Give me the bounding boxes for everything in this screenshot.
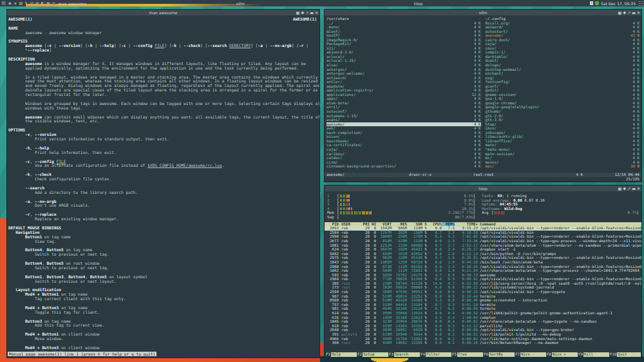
- close-button-icon[interactable]: ✕: [637, 186, 640, 191]
- image-icon[interactable]: ▦: [46, 0, 52, 6]
- process-row[interactable]: 2840rob200393M208926920S0.00.20:00.00/op…: [325, 328, 641, 332]
- column-header-virt[interactable]: VIRT: [376, 222, 392, 227]
- fn-help[interactable]: F1Help: [325, 352, 357, 357]
- floating-button-icon[interactable]: ▦: [296, 10, 300, 15]
- file-row[interactable]: mpv/30 B: [486, 164, 640, 169]
- process-row[interactable]: 1045rob200323M3286428676S0.00.40:00.02/u…: [325, 319, 641, 324]
- clipboard-tray-icon[interactable]: [590, 1, 593, 5]
- fn-tree[interactable]: F5Tree: [451, 352, 483, 357]
- fn-action-label: SortBy: [489, 352, 515, 357]
- document-icon[interactable]: ▥: [29, 0, 35, 6]
- process-row[interactable]: 907rob200519M4582423252S0.00.50:19.44ter…: [325, 294, 641, 299]
- man-titlebar[interactable]: man awesome ▦✚↗▬✕: [7, 10, 319, 15]
- process-cell: S: [422, 265, 429, 269]
- process-row[interactable]: 2853rob2001542M566M119MS0.07.13:15.23/op…: [325, 226, 641, 231]
- updates-tray-icon[interactable]: [595, 1, 599, 5]
- fn-search[interactable]: F3Search: [388, 352, 420, 357]
- window-icon[interactable]: ▪: [13, 0, 19, 6]
- maximize-button-icon[interactable]: ▬: [632, 186, 636, 191]
- sticky-button-icon[interactable]: ↗: [627, 10, 630, 15]
- task-item-htop[interactable]: htop: [412, 0, 590, 6]
- process-row[interactable]: 757rob200519M4441623184S0.70.50:01.24ter…: [325, 303, 641, 307]
- process-row[interactable]: 1043rob2001385M125M69720S0.01.60:44.10/b…: [325, 260, 641, 265]
- htop-info-line: Tasks: 69; 1 running: [482, 194, 639, 198]
- process-row[interactable]: 981rob200454M4334023228S0.70.50:00.58ter…: [325, 307, 641, 311]
- process-cell: 2.4: [442, 247, 455, 252]
- process-row[interactable]: 2975rob200982M128M65148S0.71.60:35.51/op…: [325, 256, 641, 260]
- process-row[interactable]: 2584rob2001267M282M150MS0.73.56:10.59/op…: [325, 231, 641, 235]
- edit-icon[interactable]: ✎: [24, 0, 30, 6]
- process-row[interactable]: 2677rob200814M229M111MS0.02.97:33.36/opt…: [325, 239, 641, 243]
- process-cell: 385: [325, 281, 340, 286]
- vifm-titlebar[interactable]: vifm ▦✚↗▬✕: [325, 10, 641, 15]
- fn-nice[interactable]: F7Nice -: [515, 352, 546, 357]
- process-row[interactable]: 1081rob2001252M215M64500S0.72.72:52.17/u…: [325, 243, 641, 248]
- process-row[interactable]: 614rob200350M3566013916S0.00.40:00.32/us…: [325, 311, 641, 316]
- fn-nice[interactable]: F8Nice +: [546, 352, 578, 357]
- floating-button-icon[interactable]: ▦: [618, 186, 622, 191]
- column-header-ni[interactable]: NI: [370, 222, 376, 227]
- process-cell: 0.0: [429, 328, 442, 332]
- process-row[interactable]: 1062rob200504M111M72052S0.01.40:21.94/us…: [325, 269, 641, 273]
- floating-button-icon[interactable]: ▦: [618, 10, 622, 15]
- sticky-button-icon[interactable]: ↗: [627, 186, 630, 191]
- column-header-cpu[interactable]: CPU%: [429, 222, 442, 227]
- browser-icon[interactable]: ◉: [7, 0, 13, 6]
- maximize-button-icon[interactable]: ▬: [632, 10, 636, 15]
- htop-titlebar[interactable]: htop ▦✚↗▬✕: [325, 186, 641, 191]
- process-row[interactable]: 173root200183M5062450000S0.00.60:00.22/u…: [325, 285, 641, 290]
- fn-action-label: Tree: [457, 352, 483, 357]
- process-row[interactable]: 2990rob2001006M258M176MS0.33.27:01.05/op…: [325, 234, 641, 239]
- process-row[interactable]: 2984rob200772M7082051368S0.00.90:00.92/o…: [325, 277, 641, 281]
- fn-sortby[interactable]: F6SortBy: [483, 352, 515, 357]
- process-row[interactable]: 593rob200505M7579224176S4.70.90:38.73awe…: [325, 273, 641, 278]
- process-cell: 0.6: [442, 285, 455, 290]
- column-header-res[interactable]: RES: [392, 222, 407, 227]
- task-item-man-awesome[interactable]: man awesome: [57, 0, 234, 6]
- column-header-pid[interactable]: PID: [325, 222, 340, 227]
- close-button-icon[interactable]: ✕: [637, 10, 640, 15]
- fn-quit[interactable]: F10Quit: [609, 352, 641, 357]
- column-header-user[interactable]: USER: [340, 222, 361, 227]
- process-cell: 0: [370, 239, 376, 243]
- layout-indicator-icon[interactable]: [638, 1, 643, 6]
- process-row[interactable]: 4966rob200396M1576413892S0.00.20:00.03/u…: [325, 337, 641, 341]
- process-row[interactable]: 391polkitd200519M169489344S0.00.20:00.51…: [325, 332, 641, 337]
- awesome-menu-icon[interactable]: ▤: [0, 0, 7, 6]
- process-cell: S: [422, 281, 429, 286]
- printer-icon[interactable]: ▣: [51, 0, 57, 6]
- column-header-s[interactable]: S: [422, 222, 429, 227]
- process-cell: 614: [325, 311, 340, 316]
- process-cell: rob: [340, 247, 361, 252]
- ontop-button-icon[interactable]: ✚: [623, 186, 626, 191]
- process-row[interactable]: 616rob200145M3510822024S9.30.41:40.94com…: [325, 316, 641, 320]
- process-row[interactable]: 360root200430M1469212356S0.00.20:00.18/u…: [325, 341, 641, 345]
- process-row[interactable]: 8509rob200510M4542024380S3.30.60:00.48gn…: [325, 298, 641, 303]
- files-icon[interactable]: ▨: [18, 0, 24, 6]
- maximize-button-icon[interactable]: ▬: [310, 10, 314, 15]
- process-row[interactable]: 5042rob200650M161M42852S0.02.00:12.13/us…: [325, 252, 641, 256]
- fn-kill[interactable]: F9Kill: [578, 352, 609, 357]
- column-header-mem[interactable]: MEM%: [442, 222, 455, 227]
- process-row[interactable]: 624rob2002847M192M45432S0.02.40:29.17dro…: [325, 247, 641, 252]
- sticky-button-icon[interactable]: ↗: [305, 10, 308, 15]
- column-header-pri[interactable]: PRI: [361, 222, 370, 227]
- ontop-button-icon[interactable]: ✚: [623, 10, 626, 15]
- close-button-icon[interactable]: ✕: [315, 10, 318, 15]
- audio-icon[interactable]: ◧: [40, 0, 46, 6]
- meter-bracket: ]: [473, 198, 476, 203]
- fn-filter[interactable]: F4Filter: [420, 352, 451, 357]
- process-row[interactable]: 385root200230M5874441128S14.60.78:32.58/…: [325, 281, 641, 286]
- task-item-vifm[interactable]: vifm: [234, 0, 412, 6]
- clock[interactable]: Sat Dec 17, 05:35: [601, 1, 636, 6]
- file-row[interactable]: cinnamon-background-properties/4 K: [327, 164, 481, 169]
- column-header-time[interactable]: TIME+: [455, 222, 478, 227]
- process-row[interactable]: 2594rob200388M4763638952S0.00.60:00.15/o…: [325, 290, 641, 294]
- ontop-button-icon[interactable]: ✚: [301, 10, 304, 15]
- column-header-command[interactable]: Command: [478, 222, 641, 227]
- column-header-shr[interactable]: SHR: [407, 222, 422, 227]
- process-row[interactable]: 2980rob200873M112M65156S0.01.40:18.26/op…: [325, 265, 641, 269]
- chat-icon[interactable]: ▤: [35, 0, 41, 6]
- process-row[interactable]: 618rob200315M2330419156S0.00.30:13.22par…: [325, 324, 641, 329]
- fn-setup[interactable]: F2Setup: [357, 352, 388, 357]
